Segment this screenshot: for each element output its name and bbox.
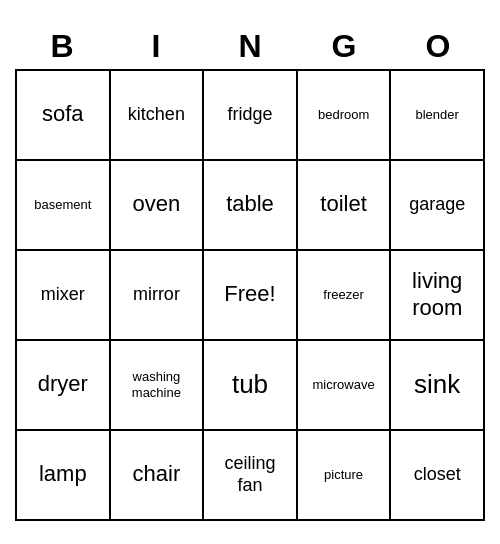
cell-text-2-1: mirror [133, 284, 180, 306]
cell-0-3: bedroom [298, 71, 392, 161]
cell-text-4-4: closet [414, 464, 461, 486]
cell-2-4: living room [391, 251, 485, 341]
cell-4-3: picture [298, 431, 392, 521]
cell-text-3-3: microwave [313, 377, 375, 393]
cell-text-4-1: chair [133, 461, 181, 487]
cell-1-0: basement [17, 161, 111, 251]
cell-0-2: fridge [204, 71, 298, 161]
cell-text-1-3: toilet [320, 191, 366, 217]
header-letter-N: N [203, 24, 297, 69]
cell-text-2-4: living room [397, 268, 477, 321]
cell-2-0: mixer [17, 251, 111, 341]
cell-text-4-2: ceiling fan [210, 453, 290, 496]
cell-3-4: sink [391, 341, 485, 431]
cell-text-0-1: kitchen [128, 104, 185, 126]
cell-2-2: Free! [204, 251, 298, 341]
cell-text-1-1: oven [133, 191, 181, 217]
cell-text-2-2: Free! [224, 281, 275, 307]
cell-0-1: kitchen [111, 71, 205, 161]
bingo-header: BINGO [15, 24, 485, 69]
cell-text-3-0: dryer [38, 371, 88, 397]
cell-text-1-4: garage [409, 194, 465, 216]
header-letter-O: O [391, 24, 485, 69]
cell-4-1: chair [111, 431, 205, 521]
cell-text-4-0: lamp [39, 461, 87, 487]
cell-text-0-3: bedroom [318, 107, 369, 123]
cell-2-1: mirror [111, 251, 205, 341]
cell-text-0-0: sofa [42, 101, 84, 127]
cell-1-1: oven [111, 161, 205, 251]
cell-0-4: blender [391, 71, 485, 161]
cell-3-3: microwave [298, 341, 392, 431]
header-letter-G: G [297, 24, 391, 69]
cell-3-2: tub [204, 341, 298, 431]
cell-text-4-3: picture [324, 467, 363, 483]
cell-text-3-2: tub [232, 369, 268, 400]
cell-4-0: lamp [17, 431, 111, 521]
cell-2-3: freezer [298, 251, 392, 341]
cell-3-0: dryer [17, 341, 111, 431]
header-letter-B: B [15, 24, 109, 69]
cell-text-3-4: sink [414, 369, 460, 400]
cell-0-0: sofa [17, 71, 111, 161]
bingo-card: BINGO sofakitchenfridgebedroomblenderbas… [15, 24, 485, 521]
cell-text-0-2: fridge [227, 104, 272, 126]
header-letter-I: I [109, 24, 203, 69]
cell-text-0-4: blender [416, 107, 459, 123]
cell-text-1-2: table [226, 191, 274, 217]
cell-1-3: toilet [298, 161, 392, 251]
cell-4-4: closet [391, 431, 485, 521]
cell-text-1-0: basement [34, 197, 91, 213]
cell-1-2: table [204, 161, 298, 251]
cell-text-2-3: freezer [323, 287, 363, 303]
cell-text-2-0: mixer [41, 284, 85, 306]
cell-3-1: washing machine [111, 341, 205, 431]
cell-text-3-1: washing machine [117, 369, 197, 400]
bingo-grid: sofakitchenfridgebedroomblenderbasemento… [15, 69, 485, 521]
cell-4-2: ceiling fan [204, 431, 298, 521]
cell-1-4: garage [391, 161, 485, 251]
